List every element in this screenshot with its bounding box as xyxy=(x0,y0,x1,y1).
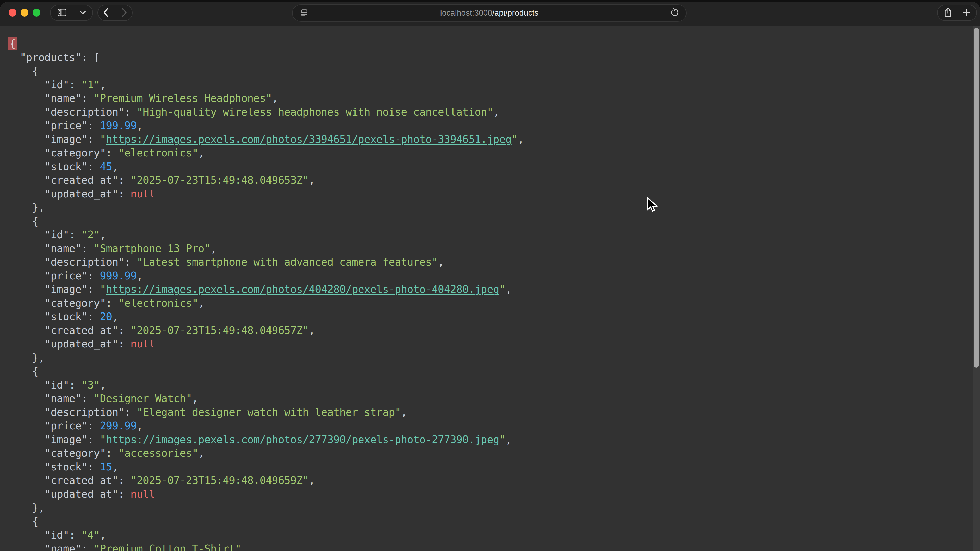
mouse-cursor xyxy=(644,197,660,214)
browser-window: localhost:3000/api/products xyxy=(0,2,980,551)
chevron-down-icon xyxy=(79,10,87,16)
page-settings-button[interactable] xyxy=(299,8,309,18)
sidebar-icon xyxy=(56,7,68,19)
page-content: { "products": [ { "id": "1", "name": "Pr… xyxy=(0,26,980,551)
forward-button[interactable] xyxy=(121,7,127,18)
json-link[interactable]: https://images.pexels.com/photos/277390/… xyxy=(106,433,499,445)
scrollbar-thumb[interactable] xyxy=(974,28,979,368)
screen: { "window_title": "", "toolbar": { "url"… xyxy=(0,0,980,551)
forward-icon xyxy=(121,7,127,18)
address-bar[interactable]: localhost:3000/api/products xyxy=(292,4,687,22)
new-tab-button[interactable] xyxy=(962,8,971,18)
zoom-window-button[interactable] xyxy=(33,9,40,17)
back-icon xyxy=(103,7,109,18)
minimize-window-button[interactable] xyxy=(21,9,28,17)
reload-button[interactable] xyxy=(670,8,679,18)
share-button-group xyxy=(937,5,977,21)
url-text: localhost:3000/api/products xyxy=(293,8,686,17)
close-window-button[interactable] xyxy=(9,9,16,17)
back-button[interactable] xyxy=(103,7,109,18)
divider xyxy=(115,8,115,17)
plus-icon xyxy=(962,8,971,18)
browser-toolbar: localhost:3000/api/products xyxy=(0,2,980,26)
url-host: localhost:3000 xyxy=(440,8,492,17)
url-path: /api/products xyxy=(492,8,538,17)
reload-icon xyxy=(670,8,679,18)
page-settings-icon xyxy=(299,8,309,18)
json-response-view: { "products": [ { "id": "1", "name": "Pr… xyxy=(0,26,980,551)
json-link[interactable]: https://images.pexels.com/photos/3394651… xyxy=(106,133,511,145)
scrollbar-track[interactable] xyxy=(973,26,980,551)
share-button[interactable] xyxy=(943,7,953,19)
sidebar-button-group xyxy=(50,5,93,21)
json-link[interactable]: https://images.pexels.com/photos/404280/… xyxy=(106,283,499,295)
tab-group-dropdown-button[interactable] xyxy=(79,10,87,16)
sidebar-toggle-button[interactable] xyxy=(56,7,68,19)
share-icon xyxy=(943,7,953,19)
window-controls xyxy=(9,9,40,17)
navigation-button-group xyxy=(97,5,133,21)
